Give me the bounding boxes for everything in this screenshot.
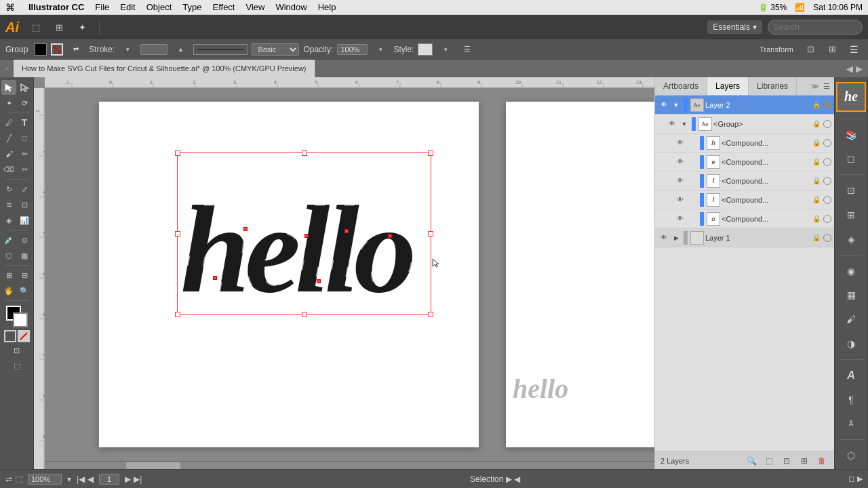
menu-object[interactable]: Object: [146, 2, 172, 12]
handle-tr[interactable]: [428, 150, 433, 156]
eraser-tool[interactable]: ⌫: [1, 162, 16, 177]
layer-vis-compound5[interactable]: 👁: [674, 213, 686, 225]
symbol-tool[interactable]: ⬡: [1, 248, 16, 263]
layer-vis-compound3[interactable]: 👁: [674, 175, 686, 187]
pen-tool[interactable]: 🖊: [1, 115, 16, 130]
right-libraries-icon[interactable]: 📚: [840, 124, 862, 146]
fill-none-icon[interactable]: [18, 330, 30, 342]
type-tool[interactable]: T: [17, 115, 32, 130]
handle-bl[interactable]: [175, 312, 180, 317]
layer-target-layer1[interactable]: [823, 234, 831, 242]
menu-window[interactable]: Window: [275, 2, 307, 12]
menu-effect[interactable]: Effect: [212, 2, 235, 12]
page-next-btn2[interactable]: ▶|: [134, 474, 142, 484]
stroke-up-icon[interactable]: ▲: [172, 41, 189, 58]
right-charStyles-icon[interactable]: Ā: [840, 413, 862, 435]
handle-ml[interactable]: [175, 231, 180, 237]
selection-left-icon[interactable]: ◀: [514, 474, 520, 484]
layer-target-compound1[interactable]: [823, 139, 831, 147]
right-pathfinder-icon[interactable]: ◈: [840, 228, 862, 250]
layer-vis-compound2[interactable]: 👁: [674, 156, 686, 168]
screen-mode-btn[interactable]: ⬚: [9, 359, 24, 373]
blend-tool[interactable]: ⊙: [17, 232, 32, 247]
stroke-color-btn[interactable]: [51, 43, 63, 56]
layer-lock-compound5[interactable]: 🔒: [811, 214, 822, 224]
pencil-tool[interactable]: ✏: [17, 146, 32, 161]
column-graph-tool[interactable]: ▦: [17, 248, 32, 263]
layers-menu-icon[interactable]: ☰: [823, 82, 830, 91]
hand-tool[interactable]: 🖐: [1, 283, 16, 298]
direct-select-tool[interactable]: [17, 80, 32, 95]
libraries-tab[interactable]: Libraries: [749, 77, 797, 95]
artboards-tab[interactable]: Artboards: [655, 77, 707, 95]
stroke-arrow-icon[interactable]: ⇄: [67, 41, 85, 58]
layer-lock-compound1[interactable]: 🔒: [811, 138, 822, 148]
opacity-input[interactable]: [337, 44, 368, 55]
handle-br[interactable]: [428, 312, 433, 317]
page-input[interactable]: [99, 474, 119, 485]
layer-item-compound3[interactable]: 👁 l <Compound... 🔒: [655, 171, 834, 190]
menu-file[interactable]: File: [95, 2, 109, 12]
layer-vis-compound1[interactable]: 👁: [674, 137, 686, 149]
right-color-icon[interactable]: ◉: [840, 260, 862, 282]
layers-delete-icon[interactable]: 🗑: [815, 454, 829, 468]
line-tool[interactable]: ╱: [1, 131, 16, 146]
layer-target-layer2[interactable]: [823, 101, 831, 109]
layers-tab[interactable]: Layers: [707, 77, 749, 95]
tab-nav-left[interactable]: ◀: [846, 64, 853, 74]
chart-tool[interactable]: 📊: [17, 213, 32, 228]
stroke-value-input[interactable]: [140, 44, 167, 55]
handle-bc[interactable]: [302, 312, 307, 317]
layer-vis-layer1[interactable]: 👁: [658, 232, 670, 244]
layers-duplicate-icon[interactable]: ⊞: [797, 454, 811, 468]
handle-tc[interactable]: [302, 150, 307, 156]
layer-vis-group[interactable]: 👁: [666, 118, 678, 130]
main-tab[interactable]: How to Make SVG Cut Files for Cricut & S…: [14, 60, 315, 77]
stroke-style-dropdown[interactable]: Basic: [252, 43, 299, 56]
layer-target-compound2[interactable]: [823, 158, 831, 166]
layer-lock-layer2[interactable]: 🔒: [811, 100, 822, 110]
right-transform-icon[interactable]: ⊡: [840, 180, 862, 201]
right-paragraph-icon[interactable]: ¶: [840, 389, 862, 411]
distribute-icon[interactable]: ⊞: [823, 41, 841, 58]
menu-help[interactable]: Help: [318, 2, 336, 12]
layer-expand-layer2[interactable]: ▼: [671, 100, 681, 110]
layer-item-compound4[interactable]: 👁 l <Compound... 🔒: [655, 190, 834, 209]
page-next-btn[interactable]: ▶: [125, 474, 131, 484]
slice-tool[interactable]: ⊞: [1, 268, 16, 283]
align-icon[interactable]: ⊡: [802, 41, 819, 58]
layers-expand-icon[interactable]: ≫: [811, 82, 819, 91]
scissors-tool[interactable]: ✂: [17, 162, 32, 177]
apple-menu[interactable]: ⌘: [5, 2, 15, 13]
selection-arrow-icon[interactable]: ▶: [506, 474, 512, 484]
menu-edit[interactable]: Edit: [120, 2, 135, 12]
right-swatches-icon[interactable]: ▦: [840, 285, 862, 306]
menu-type[interactable]: Type: [182, 2, 201, 12]
handle-tl[interactable]: [175, 150, 180, 156]
right-type-icon[interactable]: A: [840, 365, 862, 386]
zoom-tool[interactable]: 🔍: [17, 283, 32, 298]
scrollbar-thumb-bottom[interactable]: [126, 462, 180, 469]
select-tool[interactable]: [1, 80, 16, 95]
slice-select-tool[interactable]: ⊟: [17, 268, 32, 283]
thumb-panel-active[interactable]: he: [836, 82, 866, 112]
layers-move-icon[interactable]: ⊡: [780, 454, 793, 468]
toolbar-arrange-icon[interactable]: ⊞: [50, 18, 68, 36]
layer-target-compound5[interactable]: [823, 215, 831, 223]
right-gradient-icon[interactable]: ◑: [840, 333, 862, 354]
status-scroll-right[interactable]: ▶: [857, 474, 863, 483]
status-doc-icon[interactable]: ◻: [848, 474, 854, 483]
layer-item-compound5[interactable]: 👁 o <Compound... 🔒: [655, 209, 834, 228]
zoom-input[interactable]: [28, 474, 62, 485]
right-brushes-icon[interactable]: 🖌: [840, 308, 862, 330]
menu-illustrator[interactable]: Illustrator CC: [28, 2, 84, 12]
layer-expand-layer1[interactable]: ▶: [671, 233, 681, 243]
right-align-icon[interactable]: ⊞: [840, 204, 862, 226]
layer-target-compound3[interactable]: [823, 177, 831, 185]
layer-expand-group[interactable]: ▼: [679, 119, 689, 129]
draw-mode-btn[interactable]: ⊡: [9, 343, 24, 358]
layer-item-layer1[interactable]: 👁 ▶ Layer 1 🔒: [655, 228, 834, 247]
more-options-icon[interactable]: ☰: [845, 41, 863, 58]
hello-text-container[interactable]: hello hello: [180, 156, 431, 312]
layer-item-compound2[interactable]: 👁 e <Compound... 🔒: [655, 152, 834, 171]
